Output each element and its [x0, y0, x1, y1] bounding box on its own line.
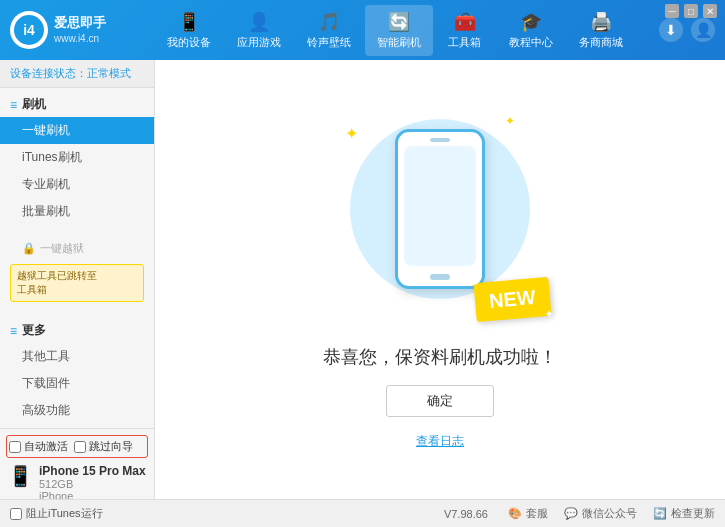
connection-status: 设备连接状态：正常模式 — [0, 60, 154, 88]
close-btn[interactable]: ✕ — [703, 4, 717, 18]
new-badge: NEW — [474, 277, 552, 322]
sidebar-item-other-tools[interactable]: 其他工具 — [0, 343, 154, 370]
sidebar-item-one-key-flash[interactable]: 一键刷机 — [0, 117, 154, 144]
auto-row: 自动激活 跳过向导 — [6, 435, 148, 458]
device-name: iPhone 15 Pro Max — [39, 464, 146, 478]
device-phone-icon: 📱 — [8, 464, 33, 488]
download-btn[interactable]: ⬇ — [659, 18, 683, 42]
sidebar-item-itunes-flash[interactable]: iTunes刷机 — [0, 144, 154, 171]
flash-group-header: ≡ 刷机 — [0, 92, 154, 117]
sidebar-item-advanced[interactable]: 高级功能 — [0, 397, 154, 424]
tab-services[interactable]: 🖨️ 务商商城 — [567, 5, 635, 56]
app-footer: 阻止iTunes运行 V7.98.66 🎨 套服 💬 微信公众号 🔄 检查更新 — [0, 499, 725, 527]
device-type: iPhone — [39, 490, 146, 499]
device-info: 📱 iPhone 15 Pro Max 512GB iPhone — [6, 462, 148, 499]
sidebar-item-download-firmware[interactable]: 下载固件 — [0, 370, 154, 397]
tab-my-device[interactable]: 📱 我的设备 — [155, 5, 223, 56]
phone-speaker — [430, 138, 450, 142]
wechat-icon: 💬 — [564, 507, 578, 520]
lock-icon: 🔒 — [22, 242, 36, 255]
sidebar-item-pro-flash[interactable]: 专业刷机 — [0, 171, 154, 198]
sparkle-icon-1: ✦ — [345, 124, 358, 143]
nav-tabs: 📱 我的设备 👤 应用游戏 🎵 铃声壁纸 🔄 智能刷机 🧰 工具箱 🎓 — [130, 5, 659, 56]
auto-activate-checkbox[interactable]: 自动激活 — [9, 439, 68, 454]
footer-item-wechat[interactable]: 💬 微信公众号 — [564, 506, 637, 521]
sidebar: 设备连接状态：正常模式 ≡ 刷机 一键刷机 iTunes刷机 专业刷机 批量刷机… — [0, 60, 155, 499]
tab-toolbox[interactable]: 🧰 工具箱 — [435, 5, 495, 56]
more-section: ≡ 更多 其他工具 下载固件 高级功能 — [0, 314, 154, 428]
app-url: www.i4.cn — [54, 32, 106, 45]
tab-apps-games[interactable]: 👤 应用游戏 — [225, 5, 293, 56]
phone-home-btn — [430, 274, 450, 280]
app-name: 爱思即手 — [54, 15, 106, 32]
disabled-jailbreak: 🔒 一键越狱 — [0, 237, 154, 260]
maximize-btn[interactable]: □ — [684, 4, 698, 18]
tutorials-icon: 🎓 — [520, 11, 542, 33]
sparkle-icon-2: ✦ — [505, 114, 515, 128]
sidebar-bottom: 自动激活 跳过向导 📱 iPhone 15 Pro Max 512GB iPho… — [0, 428, 154, 499]
log-link[interactable]: 查看日志 — [416, 433, 464, 450]
device-storage: 512GB — [39, 478, 146, 490]
more-group-icon: ≡ — [10, 324, 17, 338]
version-label: V7.98.66 — [444, 508, 488, 520]
itunes-check[interactable]: 阻止iTunes运行 — [10, 506, 103, 521]
success-text: 恭喜您，保资料刷机成功啦！ — [323, 345, 557, 369]
app-header: i4 爱思即手 www.i4.cn 📱 我的设备 👤 应用游戏 🎵 铃声壁纸 🔄 — [0, 0, 725, 60]
minimize-btn[interactable]: ─ — [665, 4, 679, 18]
ringtones-icon: 🎵 — [318, 11, 340, 33]
itunes-check-label: 阻止iTunes运行 — [26, 506, 103, 521]
footer-right: 🎨 套服 💬 微信公众号 🔄 检查更新 — [508, 506, 715, 521]
apps-games-icon: 👤 — [248, 11, 270, 33]
main-container: 设备连接状态：正常模式 ≡ 刷机 一键刷机 iTunes刷机 专业刷机 批量刷机… — [0, 60, 725, 499]
auto-activate-input[interactable] — [9, 441, 21, 453]
sidebar-item-batch-flash[interactable]: 批量刷机 — [0, 198, 154, 225]
flash-section: ≡ 刷机 一键刷机 iTunes刷机 专业刷机 批量刷机 — [0, 88, 154, 229]
smart-flash-icon: 🔄 — [388, 11, 410, 33]
update-icon: 🔄 — [653, 507, 667, 520]
services-icon: 🖨️ — [590, 11, 612, 33]
footer-item-skin[interactable]: 🎨 套服 — [508, 506, 548, 521]
tab-ringtones[interactable]: 🎵 铃声壁纸 — [295, 5, 363, 56]
success-content: ✦ ✦ NEW 恭喜您，保资料刷机成功啦！ 确定 查看日志 — [323, 109, 557, 450]
account-btn[interactable]: 👤 — [691, 18, 715, 42]
logo-area: i4 爱思即手 www.i4.cn — [0, 11, 130, 49]
my-device-icon: 📱 — [178, 11, 200, 33]
main-content: ✦ ✦ NEW 恭喜您，保资料刷机成功啦！ 确定 查看日志 — [155, 60, 725, 499]
tab-smart-flash[interactable]: 🔄 智能刷机 — [365, 5, 433, 56]
window-controls: ─ □ ✕ — [665, 4, 717, 18]
phone-screen — [404, 146, 476, 266]
phone-illustration: ✦ ✦ NEW — [340, 109, 540, 329]
guided-activation-input[interactable] — [74, 441, 86, 453]
skin-icon: 🎨 — [508, 507, 522, 520]
itunes-check-input[interactable] — [10, 508, 22, 520]
header-right: ⬇ 👤 — [659, 18, 725, 42]
flash-group-icon: ≡ — [10, 98, 17, 112]
toolbox-icon: 🧰 — [454, 11, 476, 33]
jailbreak-notice: 越狱工具已跳转至 工具箱 — [10, 264, 144, 302]
guided-activation-checkbox[interactable]: 跳过向导 — [74, 439, 133, 454]
confirm-button[interactable]: 确定 — [386, 385, 494, 417]
more-group-header: ≡ 更多 — [0, 318, 154, 343]
logo-icon: i4 — [10, 11, 48, 49]
phone-body — [395, 129, 485, 289]
tab-tutorials[interactable]: 🎓 教程中心 — [497, 5, 565, 56]
footer-item-check-update[interactable]: 🔄 检查更新 — [653, 506, 715, 521]
